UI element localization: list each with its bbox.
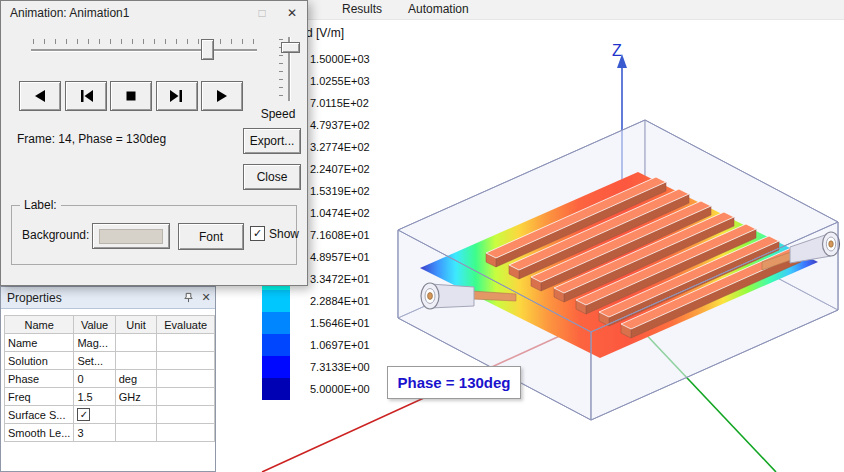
surface-smoothing-checkbox[interactable]: ✓ [77, 408, 90, 421]
legend-value: 2.2884E+01 [310, 290, 370, 312]
dialog-title: Animation: Animation1 [1, 6, 247, 20]
step-back-icon [78, 88, 94, 104]
step-forward-icon [169, 88, 185, 104]
property-evaluate [157, 406, 215, 424]
close-icon[interactable]: ✕ [197, 289, 215, 307]
pin-icon[interactable] [179, 289, 197, 307]
phase-annotation: Phase = 130deg [387, 366, 521, 399]
show-checkbox-label: Show [269, 227, 299, 241]
play-forward-button[interactable] [201, 81, 243, 111]
legend-value: 4.8957E+01 [310, 246, 370, 268]
column-header-evaluate: Evaluate [157, 316, 215, 334]
property-evaluate [157, 334, 215, 352]
close-button[interactable]: Close [243, 164, 301, 190]
property-name: Smooth Le... [5, 424, 74, 442]
export-button[interactable]: Export... [243, 128, 301, 154]
property-unit[interactable] [115, 352, 157, 370]
property-evaluate [157, 424, 215, 442]
legend-title: d [V/m] [306, 26, 344, 40]
legend-values: 1.5000E+03 1.0255E+03 7.0115E+02 4.7937E… [310, 48, 370, 400]
background-color-button[interactable] [92, 223, 170, 249]
legend-band [262, 378, 290, 400]
application-window: Z [0, 0, 844, 472]
label-groupbox-title: Label: [20, 198, 61, 212]
animation-dialog: Animation: Animation1 □ ✕ Speed Frame: 1… [0, 0, 308, 286]
speed-slider-thumb[interactable] [281, 42, 300, 53]
table-row: Solution Set... [5, 352, 215, 370]
property-value[interactable]: 1.5 [74, 388, 115, 406]
property-unit[interactable]: GHz [115, 388, 157, 406]
legend-band [262, 312, 290, 334]
property-name: Freq [5, 388, 74, 406]
table-row: Smooth Le... 3 [5, 424, 215, 442]
legend-value: 7.3133E+00 [310, 356, 370, 378]
properties-grid: Name Value Unit Evaluate Name Mag... Sol… [4, 315, 215, 442]
properties-panel-titlebar[interactable]: Properties ✕ [1, 287, 215, 309]
property-evaluate [157, 388, 215, 406]
font-button[interactable]: Font [178, 223, 244, 250]
legend-value: 1.0255E+03 [310, 70, 370, 92]
frame-slider-thumb[interactable] [201, 39, 214, 60]
z-axis-label: Z [612, 42, 622, 59]
legend-value: 1.5319E+02 [310, 180, 370, 202]
legend-value: 7.0115E+02 [310, 92, 370, 114]
legend-value: 1.0697E+01 [310, 334, 370, 356]
legend-band [262, 334, 290, 356]
legend-band [262, 290, 290, 312]
column-header-name: Name [5, 316, 74, 334]
property-evaluate [157, 370, 215, 388]
properties-panel: Properties ✕ Name Value Unit Evaluate Na… [0, 286, 216, 472]
play-forward-icon [214, 88, 230, 104]
dialog-titlebar[interactable]: Animation: Animation1 □ ✕ [1, 1, 307, 25]
property-unit[interactable] [115, 334, 157, 352]
show-checkbox[interactable]: ✓ [250, 226, 265, 241]
close-icon[interactable]: ✕ [277, 2, 307, 25]
play-reverse-button[interactable] [19, 81, 61, 111]
table-row: Phase 0 deg [5, 370, 215, 388]
table-row: Freq 1.5 GHz [5, 388, 215, 406]
stop-button[interactable] [110, 81, 152, 111]
background-color-swatch [99, 229, 163, 244]
legend-value: 4.7937E+02 [310, 114, 370, 136]
legend-value: 5.0000E+00 [310, 378, 370, 400]
legend-value: 1.5000E+03 [310, 48, 370, 70]
property-evaluate [157, 352, 215, 370]
menu-results[interactable]: Results [336, 0, 388, 19]
legend-value: 2.2407E+02 [310, 158, 370, 180]
column-header-value: Value [74, 316, 115, 334]
legend-value: 7.1608E+01 [310, 224, 370, 246]
property-unit[interactable]: deg [115, 370, 157, 388]
property-name: Surface S... [5, 406, 74, 424]
property-unit[interactable] [115, 424, 157, 442]
property-value: ✓ [74, 406, 115, 424]
maximize-icon[interactable]: □ [247, 2, 277, 25]
legend-value: 1.5646E+01 [310, 312, 370, 334]
step-back-button[interactable] [65, 81, 107, 111]
menu-automation[interactable]: Automation [402, 0, 475, 19]
label-groupbox: Label: Background: Font ✓ Show [11, 205, 297, 265]
property-name: Solution [5, 352, 74, 370]
background-label: Background: [22, 228, 89, 242]
property-unit[interactable] [115, 406, 157, 424]
frame-slider[interactable] [31, 49, 257, 52]
speed-label: Speed [253, 107, 303, 121]
property-value[interactable]: 0 [74, 370, 115, 388]
legend-band [262, 356, 290, 378]
table-row: Name Mag... [5, 334, 215, 352]
property-name: Name [5, 334, 74, 352]
play-reverse-icon [32, 88, 48, 104]
step-forward-button[interactable] [156, 81, 198, 111]
legend-value: 3.3472E+01 [310, 268, 370, 290]
property-name: Phase [5, 370, 74, 388]
legend-value: 3.2774E+02 [310, 136, 370, 158]
property-value[interactable]: Mag... [74, 334, 115, 352]
property-value[interactable]: Set... [74, 352, 115, 370]
frame-slider-ticks [33, 39, 255, 44]
column-header-unit: Unit [115, 316, 157, 334]
properties-panel-title: Properties [7, 291, 62, 305]
property-value[interactable]: 3 [74, 424, 115, 442]
frame-status-text: Frame: 14, Phase = 130deg [17, 132, 166, 146]
legend-value: 1.0474E+02 [310, 202, 370, 224]
stop-icon [123, 88, 139, 104]
table-row: Surface S... ✓ [5, 406, 215, 424]
